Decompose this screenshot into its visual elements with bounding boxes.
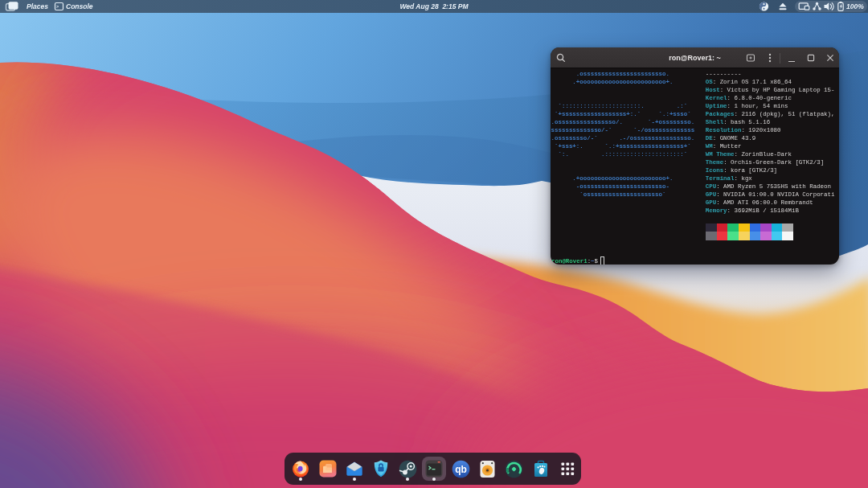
svg-text:qb: qb [455,464,467,475]
